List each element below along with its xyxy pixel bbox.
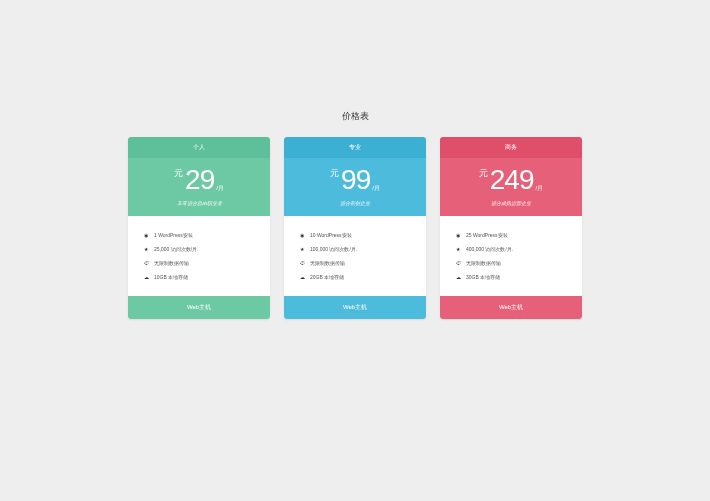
feature-text: 100,000 访问次数/月. (310, 246, 357, 252)
card-header: 个人 元 29 /月 非常适合自由职业者 (128, 137, 270, 216)
plan-name: 专业 (284, 137, 426, 158)
plan-name: 商务 (440, 137, 582, 158)
feature-item: ⏱无限制数据传输 (298, 256, 412, 270)
feature-text: 无限制数据传输 (466, 260, 501, 266)
pricing-card-personal: 个人 元 29 /月 非常适合自由职业者 ◉1 WordPress安装 ★25,… (128, 137, 270, 319)
feature-item: ☁20GB 本地存储 (298, 270, 412, 284)
feature-item: ☁10GB 本地存储 (142, 270, 256, 284)
pricing-section: 价格表 个人 元 29 /月 非常适合自由职业者 ◉1 WordPress安装 … (0, 0, 710, 319)
currency-label: 元 (330, 169, 339, 178)
cloud-icon: ☁ (142, 274, 150, 280)
feature-text: 25,000 访问次数/月. (154, 246, 198, 252)
price-line: 元 249 /月 (440, 166, 582, 194)
card-header: 商务 元 249 /月 适合成熟运营企业 (440, 137, 582, 216)
star-icon: ★ (454, 246, 462, 252)
feature-list: ◉25 WordPress安装 ★400,000 访问次数/月. ⏱无限制数据传… (440, 216, 582, 296)
price-line: 元 29 /月 (128, 166, 270, 194)
dashboard-icon: ⏱ (298, 260, 306, 266)
feature-list: ◉1 WordPress安装 ★25,000 访问次数/月. ⏱无限制数据传输 … (128, 216, 270, 296)
cloud-icon: ☁ (298, 274, 306, 280)
feature-item: ⏱无限制数据传输 (142, 256, 256, 270)
feature-text: 无限制数据传输 (310, 260, 345, 266)
feature-item: ◉1 WordPress安装 (142, 228, 256, 242)
feature-text: 10GB 本地存储 (154, 274, 188, 280)
card-footer-button[interactable]: Web主机 (440, 296, 582, 319)
feature-item: ◉10 WordPress安装 (298, 228, 412, 242)
dashboard-icon: ⏱ (142, 260, 150, 266)
price-value: 249 (490, 166, 534, 194)
card-footer-button[interactable]: Web主机 (128, 296, 270, 319)
page-title: 价格表 (0, 110, 710, 123)
star-icon: ★ (298, 246, 306, 252)
dashboard-icon: ⏱ (454, 260, 462, 266)
card-footer-button[interactable]: Web主机 (284, 296, 426, 319)
pricing-cards: 个人 元 29 /月 非常适合自由职业者 ◉1 WordPress安装 ★25,… (0, 137, 710, 319)
feature-item: ⏱无限制数据传输 (454, 256, 568, 270)
check-circle-icon: ◉ (298, 232, 306, 238)
card-header: 专业 元 99 /月 适合初创企业 (284, 137, 426, 216)
feature-item: ★100,000 访问次数/月. (298, 242, 412, 256)
price-value: 29 (185, 166, 214, 194)
cloud-icon: ☁ (454, 274, 462, 280)
currency-label: 元 (174, 169, 183, 178)
plan-tagline: 适合初创企业 (284, 200, 426, 206)
star-icon: ★ (142, 246, 150, 252)
feature-item: ◉25 WordPress安装 (454, 228, 568, 242)
feature-text: 无限制数据传输 (154, 260, 189, 266)
period-label: /月 (536, 185, 544, 191)
check-circle-icon: ◉ (454, 232, 462, 238)
feature-text: 1 WordPress安装 (154, 232, 193, 238)
plan-tagline: 非常适合自由职业者 (128, 200, 270, 206)
price-section: 元 99 /月 适合初创企业 (284, 158, 426, 216)
currency-label: 元 (479, 169, 488, 178)
period-label: /月 (216, 185, 224, 191)
feature-item: ★400,000 访问次数/月. (454, 242, 568, 256)
feature-text: 30GB 本地存储 (466, 274, 500, 280)
check-circle-icon: ◉ (142, 232, 150, 238)
feature-text: 25 WordPress安装 (466, 232, 508, 238)
price-section: 元 29 /月 非常适合自由职业者 (128, 158, 270, 216)
feature-item: ★25,000 访问次数/月. (142, 242, 256, 256)
pricing-card-professional: 专业 元 99 /月 适合初创企业 ◉10 WordPress安装 ★100,0… (284, 137, 426, 319)
price-line: 元 99 /月 (284, 166, 426, 194)
plan-name: 个人 (128, 137, 270, 158)
price-section: 元 249 /月 适合成熟运营企业 (440, 158, 582, 216)
feature-text: 400,000 访问次数/月. (466, 246, 513, 252)
period-label: /月 (372, 185, 380, 191)
price-value: 99 (341, 166, 370, 194)
plan-tagline: 适合成熟运营企业 (440, 200, 582, 206)
feature-text: 20GB 本地存储 (310, 274, 344, 280)
pricing-card-business: 商务 元 249 /月 适合成熟运营企业 ◉25 WordPress安装 ★40… (440, 137, 582, 319)
feature-list: ◉10 WordPress安装 ★100,000 访问次数/月. ⏱无限制数据传… (284, 216, 426, 296)
feature-item: ☁30GB 本地存储 (454, 270, 568, 284)
feature-text: 10 WordPress安装 (310, 232, 352, 238)
